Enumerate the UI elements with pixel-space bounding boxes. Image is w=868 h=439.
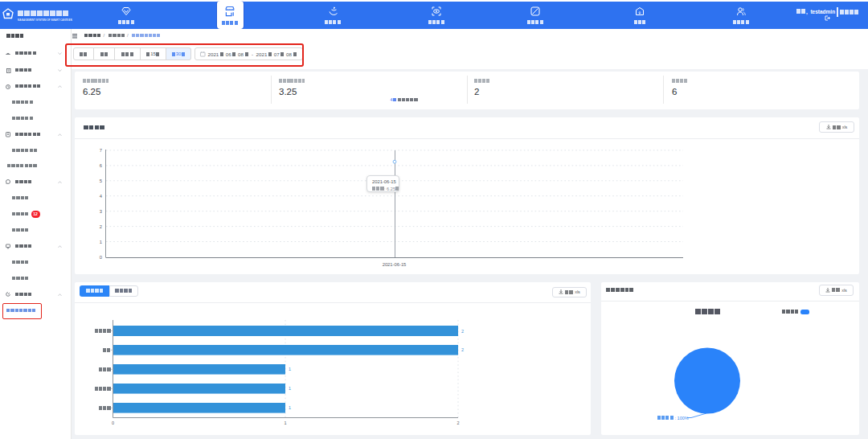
- svg-text:2: 2: [100, 224, 102, 229]
- svg-text:2: 2: [461, 347, 464, 352]
- svg-text:7: 7: [100, 148, 102, 153]
- svg-text:1: 1: [289, 386, 291, 391]
- svg-text:4: 4: [100, 194, 103, 199]
- svg-text:3: 3: [100, 209, 102, 214]
- svg-text:1: 1: [284, 421, 286, 425]
- svg-text:5: 5: [100, 178, 102, 183]
- svg-text:2: 2: [461, 329, 464, 334]
- svg-text:6: 6: [100, 163, 102, 168]
- svg-text:1: 1: [289, 367, 291, 371]
- svg-text:1: 1: [289, 405, 291, 410]
- svg-text:0: 0: [100, 255, 102, 260]
- svg-text:0: 0: [112, 421, 114, 425]
- svg-text:2: 2: [457, 421, 459, 425]
- svg-text:2021-06-15: 2021-06-15: [383, 262, 407, 267]
- svg-text:1: 1: [100, 240, 102, 244]
